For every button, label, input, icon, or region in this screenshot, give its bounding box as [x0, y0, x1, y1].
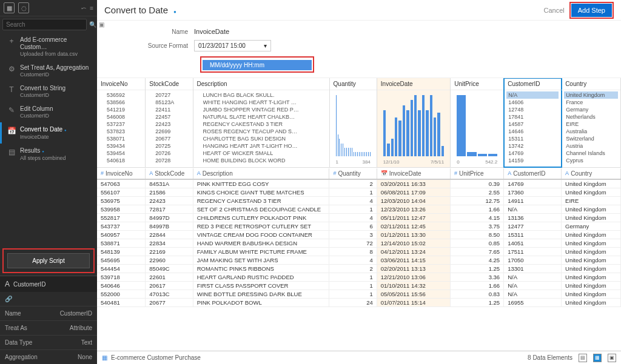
summary-item[interactable]: 22423: [148, 121, 190, 128]
summary-item[interactable]: 538071: [99, 135, 143, 142]
summary-item[interactable]: 14159: [506, 157, 559, 164]
table-row[interactable]: 55200047013CWINE BOTTLE DRESSING DARK BL…: [97, 290, 621, 299]
table-row[interactable]: 54706384531APINK KNITTED EGG COSY203/20/…: [97, 180, 621, 188]
col-header-InvoiceDate[interactable]: 📅InvoiceDate: [377, 168, 451, 179]
summary-item[interactable]: 539454: [99, 150, 143, 157]
recipe-icon[interactable]: ◌: [18, 2, 29, 13]
summary-item[interactable]: 22411: [148, 106, 190, 113]
nav-item-5[interactable]: ▤ Results All steps combined: [0, 144, 97, 165]
nav-item-2[interactable]: T Convert to String CustomerID: [0, 81, 97, 102]
summary-item[interactable]: NATURAL SLATE HEART CHALKB…: [196, 113, 327, 121]
summary-item[interactable]: United Kingdom: [564, 91, 618, 99]
search-input[interactable]: [2, 19, 87, 30]
table-row[interactable]: 54095722844VINTAGE CREAM DOG FOOD CONTAI…: [97, 231, 621, 239]
summary-item[interactable]: 540618: [99, 157, 143, 164]
format-select[interactable]: 01/23/2017 15:00 ▾: [194, 40, 271, 51]
col-header-InvoiceNo[interactable]: #InvoiceNo: [97, 168, 146, 179]
apply-script-button[interactable]: Apply Script: [7, 253, 90, 268]
summary-header[interactable]: InvoiceDate: [377, 78, 450, 90]
summary-item[interactable]: 14769: [506, 150, 559, 157]
summary-item[interactable]: HANGING HEART JAR T-LIGHT HO…: [196, 142, 327, 150]
summary-item[interactable]: ROSES REGENCY TEACUP AND S…: [196, 128, 327, 135]
nav-item-1[interactable]: ⚙ Set Treat As, Aggregation CustomerID: [0, 61, 97, 81]
table-row[interactable]: 54373784997BRED 3 PIECE RETROSPOT CUTLER…: [97, 222, 621, 231]
summary-item[interactable]: Cyprus: [564, 157, 618, 164]
view-mode-2[interactable]: ▦: [593, 354, 602, 362]
undo-icon[interactable]: ⤺: [81, 5, 86, 12]
link-icon[interactable]: 🔗: [5, 296, 12, 302]
table-row[interactable]: 54813922169FAMILY ALBUM WHITE PICTURE FR…: [97, 248, 621, 256]
col-header-Country[interactable]: ACountry: [562, 168, 621, 179]
summary-item[interactable]: Austria: [564, 142, 618, 150]
search-icon[interactable]: 🔍: [89, 21, 96, 28]
summary-item[interactable]: 20725: [148, 142, 190, 150]
summary-item[interactable]: 537823: [99, 128, 143, 135]
summary-item[interactable]: 539434: [99, 142, 143, 150]
summary-item[interactable]: Channel Islands: [564, 150, 618, 157]
summary-item[interactable]: 538566: [99, 99, 143, 106]
summary-item[interactable]: 536592: [99, 91, 143, 99]
summary-header[interactable]: StockCode: [146, 78, 192, 90]
cancel-button[interactable]: Cancel: [543, 7, 564, 14]
summary-item[interactable]: 546008: [99, 113, 143, 121]
summary-item[interactable]: 13742: [506, 142, 559, 150]
table-row[interactable]: 53887122834HAND WARMER BABUSHKA DESIGN72…: [97, 239, 621, 248]
summary-item[interactable]: EIRE: [564, 121, 618, 128]
summary-item[interactable]: 22699: [148, 128, 190, 135]
menu-icon[interactable]: ≡: [90, 5, 93, 12]
summary-item[interactable]: 20728: [148, 157, 190, 164]
nav-item-0[interactable]: + Add E-commerce Custom… Uploaded from d…: [0, 33, 97, 61]
summary-item[interactable]: 20677: [148, 135, 190, 142]
summary-header[interactable]: CustomerID: [504, 78, 561, 90]
view-mode-1[interactable]: ▤: [579, 354, 587, 362]
format-pattern-input[interactable]: MM/dd/yyyy HH:mm: [203, 60, 312, 70]
summary-item[interactable]: 15311: [506, 135, 559, 142]
table-row[interactable]: 53995872817SET OF 2 CHRISTMAS DECOUPAGE …: [97, 205, 621, 214]
summary-item[interactable]: 14587: [506, 121, 559, 128]
summary-item[interactable]: 20726: [148, 150, 190, 157]
col-header-StockCode[interactable]: AStockCode: [146, 168, 193, 179]
summary-item[interactable]: N/A: [506, 91, 559, 99]
data-icon[interactable]: ▦: [4, 2, 15, 13]
summary-item[interactable]: Switzerland: [564, 135, 618, 142]
summary-item[interactable]: JUMBO SHOPPER VINTAGE RED P…: [196, 106, 327, 113]
summary-item[interactable]: France: [564, 99, 618, 106]
summary-item[interactable]: Australia: [564, 128, 618, 135]
summary-item[interactable]: 17841: [506, 113, 559, 121]
summary-item[interactable]: REGENCY CAKESTAND 3 TIER: [196, 121, 327, 128]
summary-header[interactable]: Description: [193, 78, 329, 90]
summary-item[interactable]: 20727: [148, 91, 190, 99]
table-row[interactable]: 53971822601HEART GARLAND RUSTIC PADDED11…: [97, 273, 621, 282]
footer-tab[interactable]: E-commerce Customer Purchase: [111, 354, 201, 361]
table-row[interactable]: 54569522960JAM MAKING SET WITH JARS403/0…: [97, 256, 621, 265]
summary-item[interactable]: 22457: [148, 113, 190, 121]
col-header-CustomerID[interactable]: ACustomerID: [504, 168, 562, 179]
summary-header[interactable]: InvoiceNo: [97, 78, 145, 90]
nav-item-3[interactable]: ✎ Edit Column CustomerID: [0, 102, 97, 122]
table-row[interactable]: 54064620617FIRST CLASS PASSPORT COVER101…: [97, 282, 621, 290]
summary-item[interactable]: LUNCH BAG BLACK SKULL.: [196, 91, 327, 99]
summary-item[interactable]: 14646: [506, 128, 559, 135]
summary-item[interactable]: 12748: [506, 106, 559, 113]
view-mode-3[interactable]: ▣: [608, 354, 616, 362]
table-row[interactable]: 53697522423REGENCY CAKESTAND 3 TIER412/0…: [97, 197, 621, 205]
table-row[interactable]: 55281784997DCHILDRENS CUTLERY POLKADOT P…: [97, 214, 621, 222]
summary-header[interactable]: UnitPrice: [451, 78, 503, 90]
add-step-button[interactable]: Add Step: [571, 4, 612, 17]
summary-item[interactable]: 85123A: [148, 99, 190, 106]
summary-item[interactable]: 541219: [99, 106, 143, 113]
summary-item[interactable]: HOME BUILDING BLOCK WORD: [196, 157, 327, 164]
table-row[interactable]: 54048120677PINK POLKADOT BOWL2401/07/201…: [97, 299, 621, 307]
col-header-Quantity[interactable]: #Quantity: [329, 168, 377, 179]
summary-item[interactable]: Germany: [564, 106, 618, 113]
summary-item[interactable]: CHARLOTTE BAG SUKI DESIGN: [196, 135, 327, 142]
table-row[interactable]: 55610721586KINGS CHOICE GIANT TUBE MATCH…: [97, 188, 621, 197]
col-header-Description[interactable]: ADescription: [193, 168, 330, 179]
summary-header[interactable]: Quantity: [330, 78, 377, 90]
summary-header[interactable]: Country: [562, 78, 620, 90]
summary-item[interactable]: 14606: [506, 99, 559, 106]
col-header-UnitPrice[interactable]: #UnitPrice: [451, 168, 504, 179]
summary-item[interactable]: HEART OF WICKER SMALL: [196, 150, 327, 157]
summary-item[interactable]: 537237: [99, 121, 143, 128]
nav-item-4[interactable]: 📅 Convert to Date InvoiceDate: [0, 122, 97, 144]
